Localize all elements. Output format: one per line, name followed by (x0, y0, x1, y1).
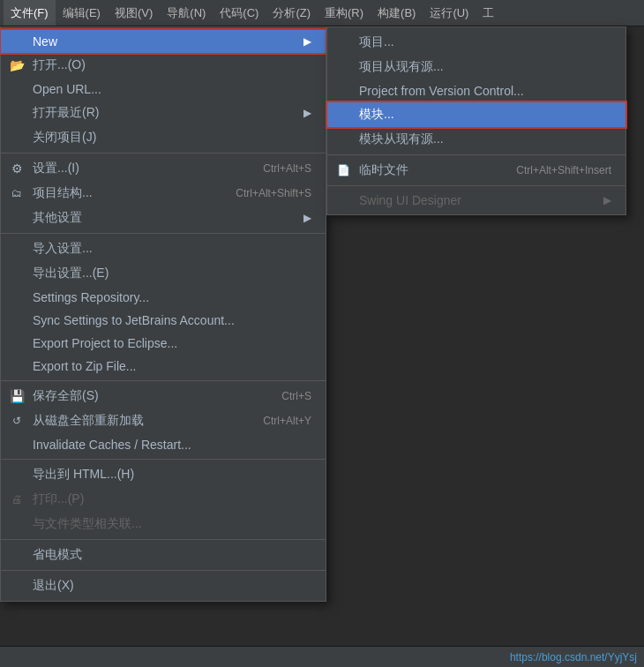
menu-item-export-eclipse[interactable]: Export Project to Eclipse... (1, 332, 326, 355)
menu-item-new-label: New (33, 34, 296, 49)
menu-item-open-recent[interactable]: 打开最近(R) ▶ (1, 101, 326, 125)
menu-refactor[interactable]: 重构(R) (318, 0, 371, 26)
menu-item-reload[interactable]: ↺ 从磁盘全部重新加载 Ctrl+Alt+Y (1, 408, 326, 433)
menu-nav[interactable]: 导航(N) (160, 0, 213, 26)
menu-edit[interactable]: 编辑(E) (56, 0, 108, 26)
scratch-icon: 📄 (334, 164, 352, 176)
submenu-separator-1 (327, 154, 625, 155)
file-dropdown-menu: New ▶ 📂 打开...(O) Open URL... 打开最近(R) ▶ 关… (0, 26, 326, 602)
menu-bar: 文件(F) 编辑(E) 视图(V) 导航(N) 代码(C) 分析(Z) 重构(R… (0, 0, 644, 26)
menu-item-save-all[interactable]: 💾 保存全部(S) Ctrl+S (1, 384, 326, 408)
menu-item-file-assoc[interactable]: 与文件类型相关联... (1, 512, 326, 536)
submenu-item-swing[interactable]: Swing UI Designer ▶ (327, 189, 625, 212)
open-recent-arrow-icon: ▶ (303, 107, 311, 119)
menu-item-other-settings[interactable]: 其他设置 ▶ (1, 206, 326, 230)
scratch-shortcut: Ctrl+Alt+Shift+Insert (516, 164, 611, 176)
menu-item-project-structure[interactable]: 🗂 项目结构... Ctrl+Alt+Shift+S (1, 181, 326, 206)
submenu-item-project-vcs[interactable]: Project from Version Control... (327, 79, 625, 102)
menu-item-import-settings[interactable]: 导入设置... (1, 236, 326, 261)
status-bar-url[interactable]: https://blog.csdn.net/YyjYsj (510, 651, 637, 663)
separator-5 (1, 539, 326, 540)
settings-shortcut: Ctrl+Alt+S (263, 162, 311, 175)
menu-item-settings-repo[interactable]: Settings Repository... (1, 286, 326, 309)
project-structure-icon: 🗂 (8, 187, 26, 199)
menu-item-open[interactable]: 📂 打开...(O) (1, 53, 326, 78)
separator-1 (1, 153, 326, 154)
menu-item-settings[interactable]: ⚙ 设置...(I) Ctrl+Alt+S (1, 156, 326, 181)
status-bar: https://blog.csdn.net/YyjYsj (0, 646, 644, 667)
menu-item-open-url[interactable]: Open URL... (1, 78, 326, 101)
save-all-shortcut: Ctrl+S (281, 390, 311, 402)
menu-run[interactable]: 运行(U) (423, 0, 476, 26)
open-icon: 📂 (8, 58, 26, 72)
swing-arrow-icon: ▶ (603, 194, 611, 206)
menu-build[interactable]: 构建(B) (371, 0, 423, 26)
menu-code[interactable]: 代码(C) (213, 0, 266, 26)
menu-item-exit[interactable]: 退出(X) (1, 573, 326, 598)
menu-file[interactable]: 文件(F) (4, 0, 56, 26)
settings-icon: ⚙ (8, 161, 26, 176)
menu-item-power-save[interactable]: 省电模式 (1, 543, 326, 567)
menu-item-new-arrow: ▶ (303, 35, 311, 48)
separator-3 (1, 380, 326, 381)
menu-item-print[interactable]: 🖨 打印...(P) (1, 487, 326, 512)
menu-item-export-html[interactable]: 导出到 HTML...(H) (1, 462, 326, 487)
menu-item-export-settings[interactable]: 导出设置...(E) (1, 261, 326, 286)
menu-item-close-project[interactable]: 关闭项目(J) (1, 125, 326, 150)
separator-2 (1, 233, 326, 234)
menu-item-invalidate[interactable]: Invalidate Caches / Restart... (1, 433, 326, 456)
submenu-item-module[interactable]: 模块... (327, 102, 625, 127)
separator-6 (1, 570, 326, 571)
menu-view[interactable]: 视图(V) (108, 0, 160, 26)
menu-analyze[interactable]: 分析(Z) (266, 0, 318, 26)
separator-4 (1, 459, 326, 460)
reload-shortcut: Ctrl+Alt+Y (263, 415, 311, 427)
submenu-item-project-existing[interactable]: 项目从现有源... (327, 55, 625, 79)
submenu-separator-2 (327, 185, 625, 186)
menu-item-export-zip[interactable]: Export to Zip File... (1, 355, 326, 378)
menu-item-new[interactable]: New ▶ (1, 30, 326, 53)
print-icon: 🖨 (8, 493, 26, 506)
submenu-item-project[interactable]: 项目... (327, 30, 625, 55)
submenu-item-scratch[interactable]: 📄 临时文件 Ctrl+Alt+Shift+Insert (327, 158, 625, 183)
other-settings-arrow-icon: ▶ (303, 212, 311, 224)
project-structure-shortcut: Ctrl+Alt+Shift+S (236, 187, 311, 199)
submenu-item-module-existing[interactable]: 模块从现有源... (327, 127, 625, 152)
new-submenu: 项目... 项目从现有源... Project from Version Con… (326, 26, 626, 215)
reload-icon: ↺ (8, 415, 26, 427)
menu-more[interactable]: 工 (476, 0, 501, 26)
save-icon: 💾 (8, 389, 26, 403)
menu-item-sync-settings[interactable]: Sync Settings to JetBrains Account... (1, 309, 326, 332)
